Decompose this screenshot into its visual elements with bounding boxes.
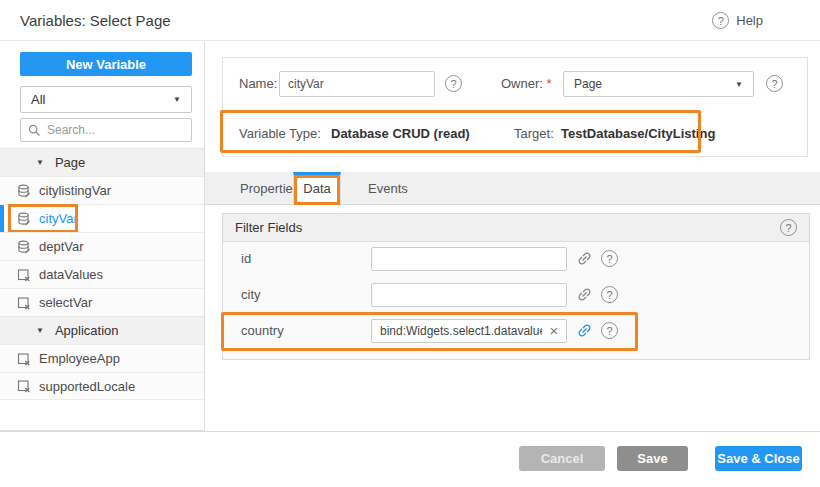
bind-link-icon[interactable] bbox=[575, 322, 593, 340]
owner-select[interactable]: Page ▼ bbox=[563, 71, 754, 97]
database-variable-icon bbox=[17, 212, 31, 226]
model-variable-icon bbox=[17, 268, 31, 282]
search-icon bbox=[28, 124, 41, 137]
model-variable-icon bbox=[17, 296, 31, 310]
tree-item-label: cityVar bbox=[39, 211, 78, 226]
chevron-down-icon: ▼ bbox=[735, 80, 743, 89]
tree-section-application[interactable]: ▼ Application bbox=[0, 316, 204, 344]
help-label: Help bbox=[736, 13, 763, 28]
page-title: Variables: Select Page bbox=[20, 0, 171, 41]
filter-field-row-city: city ? bbox=[223, 283, 809, 307]
required-asterisk: * bbox=[547, 76, 552, 91]
new-variable-button[interactable]: New Variable bbox=[20, 52, 192, 76]
variable-type-row: Variable Type: Database CRUD (read) Targ… bbox=[223, 113, 807, 158]
bind-link-icon[interactable] bbox=[575, 286, 593, 304]
tree-item-label: supportedLocale bbox=[39, 379, 135, 394]
save-button[interactable]: Save bbox=[617, 446, 688, 471]
search-input[interactable] bbox=[47, 123, 184, 137]
tree-section-label: Page bbox=[55, 155, 85, 170]
owner-help-icon[interactable]: ? bbox=[766, 75, 783, 92]
database-variable-icon bbox=[17, 184, 31, 198]
tree-item-deptVar[interactable]: deptVar bbox=[0, 232, 204, 260]
tree-item-selectVar[interactable]: selectVar bbox=[0, 288, 204, 316]
variable-type-value: Database CRUD (read) bbox=[331, 126, 470, 141]
target-label: Target: bbox=[514, 126, 554, 141]
owner-select-value: Page bbox=[574, 77, 602, 91]
variables-tree: ▼ Page citylistingVar cityVar deptVar bbox=[0, 148, 204, 400]
dialog-footer: Cancel Save Save & Close bbox=[0, 431, 820, 487]
bind-link-icon[interactable] bbox=[575, 250, 593, 268]
field-help-icon[interactable]: ? bbox=[601, 250, 618, 267]
variables-sidebar: New Variable All ▼ ▼ Page citylistingVar… bbox=[0, 42, 205, 431]
field-label: id bbox=[241, 247, 251, 271]
field-help-icon[interactable]: ? bbox=[601, 322, 618, 339]
field-label: city bbox=[241, 283, 261, 307]
cancel-button[interactable]: Cancel bbox=[519, 446, 605, 471]
chevron-down-icon: ▼ bbox=[173, 95, 181, 104]
name-owner-row: Name: * ? Owner: * Page ▼ ? bbox=[223, 71, 807, 97]
name-help-icon[interactable]: ? bbox=[445, 75, 462, 92]
filter-fields-help-icon[interactable]: ? bbox=[780, 219, 797, 236]
tree-item-label: citylistingVar bbox=[39, 183, 111, 198]
filter-fields-header: Filter Fields ? bbox=[223, 214, 809, 242]
tree-item-dataValues[interactable]: dataValues bbox=[0, 260, 204, 288]
target-value: TestDatabase/CityListing bbox=[561, 126, 715, 141]
clear-binding-icon[interactable]: × bbox=[544, 319, 564, 343]
owner-label: Owner: * bbox=[501, 71, 552, 97]
tree-item-label: dataValues bbox=[39, 267, 103, 282]
tree-item-supportedLocale[interactable]: supportedLocale bbox=[0, 372, 204, 400]
tab-bar: Properties Data Events bbox=[205, 172, 820, 205]
save-and-close-button[interactable]: Save & Close bbox=[715, 446, 802, 471]
section-collapse-icon: ▼ bbox=[36, 326, 44, 335]
tab-data-label: Data bbox=[303, 181, 330, 196]
variable-filter-select[interactable]: All ▼ bbox=[20, 86, 192, 113]
variable-type-label: Variable Type: bbox=[239, 126, 321, 141]
tree-item-label: selectVar bbox=[39, 295, 92, 310]
filter-select-value: All bbox=[31, 92, 45, 107]
model-variable-icon bbox=[17, 352, 31, 366]
variable-detail-pane: Name: * ? Owner: * Page ▼ ? Variable Typ… bbox=[205, 42, 820, 431]
tree-section-label: Application bbox=[55, 323, 119, 338]
field-help-icon[interactable]: ? bbox=[601, 286, 618, 303]
tree-item-EmployeeApp[interactable]: EmployeeApp bbox=[0, 344, 204, 372]
search-box bbox=[20, 118, 192, 142]
model-variable-icon bbox=[17, 379, 31, 393]
help-question-icon: ? bbox=[712, 12, 729, 29]
section-collapse-icon: ▼ bbox=[36, 158, 44, 167]
tree-item-label: deptVar bbox=[39, 239, 84, 254]
country-field-input[interactable] bbox=[371, 319, 567, 343]
id-field-input[interactable] bbox=[371, 247, 567, 271]
selected-indicator-bar bbox=[0, 205, 4, 232]
dialog-header: Variables: Select Page ? Help bbox=[0, 0, 820, 41]
city-field-input[interactable] bbox=[371, 283, 567, 307]
filter-fields-panel: Filter Fields ? id ? city ? country bbox=[222, 213, 810, 360]
name-input[interactable] bbox=[279, 71, 435, 97]
database-variable-icon bbox=[17, 240, 31, 254]
tab-data[interactable]: Data bbox=[293, 172, 341, 205]
filter-field-row-id: id ? bbox=[223, 247, 809, 271]
help-button[interactable]: ? Help bbox=[712, 0, 763, 41]
tree-section-page[interactable]: ▼ Page bbox=[0, 148, 204, 176]
tab-events[interactable]: Events bbox=[353, 172, 423, 205]
filter-field-row-country: country × ? bbox=[223, 319, 809, 343]
variable-summary-panel: Name: * ? Owner: * Page ▼ ? Variable Typ… bbox=[222, 57, 808, 157]
filter-fields-title: Filter Fields bbox=[235, 220, 302, 235]
tree-item-cityVar[interactable]: cityVar bbox=[0, 204, 204, 232]
tree-item-label: EmployeeApp bbox=[39, 351, 120, 366]
field-label: country bbox=[241, 319, 284, 343]
tree-item-citylistingVar[interactable]: citylistingVar bbox=[0, 176, 204, 204]
